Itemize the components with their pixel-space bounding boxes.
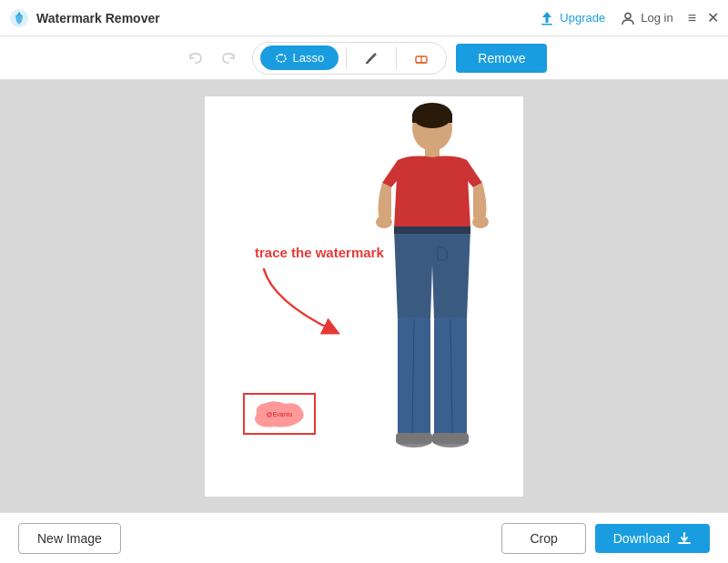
undo-icon	[187, 50, 204, 66]
svg-rect-21	[432, 433, 469, 444]
annotation-arrow	[255, 265, 355, 337]
drawing-tools-group: Lasso	[252, 42, 448, 75]
svg-point-14	[472, 216, 489, 228]
new-image-label: New Image	[37, 531, 102, 546]
app-title: Watermark Remover	[36, 11, 160, 25]
svg-rect-1	[541, 24, 552, 25]
title-bar: Watermark Remover Upgrade Log in ≡ ✕	[0, 0, 728, 36]
crop-label: Crop	[530, 531, 557, 546]
redo-icon	[220, 50, 237, 66]
window-controls: ≡ ✕	[688, 9, 719, 26]
bottom-bar: New Image Crop Download	[0, 512, 728, 563]
download-button[interactable]: Download	[595, 524, 710, 553]
svg-point-3	[277, 55, 286, 62]
watermark-selection-box: @Evanto	[243, 393, 316, 435]
lasso-button[interactable]: Lasso	[260, 45, 339, 70]
tool-separator-1	[346, 47, 347, 69]
brush-button[interactable]	[354, 45, 389, 72]
login-label: Log in	[641, 11, 672, 25]
image-canvas[interactable]: trace the watermark @Evanto	[205, 96, 523, 497]
annotation-text: trace the watermark	[255, 245, 384, 260]
brush-icon	[364, 51, 379, 65]
svg-rect-17	[394, 226, 470, 234]
svg-text:@Evanto: @Evanto	[267, 411, 293, 417]
bottom-right-controls: Crop Download	[501, 523, 710, 554]
remove-label: Remove	[478, 51, 525, 65]
user-icon	[620, 10, 636, 26]
download-icon	[677, 531, 692, 546]
upgrade-icon	[539, 10, 555, 26]
app-logo-icon	[9, 8, 29, 28]
title-bar-left: Watermark Remover	[9, 8, 160, 28]
toolbar: Lasso Remove	[0, 36, 728, 80]
svg-point-13	[376, 216, 392, 228]
lasso-icon	[275, 52, 288, 65]
history-group	[181, 44, 243, 73]
tool-separator-2	[396, 47, 397, 69]
lasso-label: Lasso	[293, 51, 325, 65]
redo-button[interactable]	[214, 44, 243, 73]
svg-rect-20	[396, 433, 432, 444]
login-button[interactable]: Log in	[620, 10, 672, 26]
annotation: trace the watermark	[255, 245, 384, 337]
main-canvas-area[interactable]: trace the watermark @Evanto	[0, 80, 728, 512]
download-label: Download	[613, 531, 670, 546]
crop-button[interactable]: Crop	[501, 523, 585, 554]
remove-button[interactable]: Remove	[456, 44, 547, 73]
svg-point-5	[366, 62, 369, 64]
watermark-blob: @Evanto	[248, 397, 311, 430]
menu-icon[interactable]: ≡	[688, 10, 696, 26]
upgrade-label: Upgrade	[560, 11, 605, 25]
svg-point-4	[280, 54, 282, 55]
undo-button[interactable]	[181, 44, 210, 73]
svg-rect-11	[412, 114, 452, 123]
svg-point-2	[625, 13, 631, 18]
eraser-button[interactable]	[404, 45, 439, 72]
title-bar-right: Upgrade Log in ≡ ✕	[539, 9, 719, 26]
eraser-icon	[414, 51, 429, 65]
new-image-button[interactable]: New Image	[18, 523, 121, 554]
upgrade-button[interactable]: Upgrade	[539, 10, 605, 26]
close-icon[interactable]: ✕	[707, 9, 719, 26]
